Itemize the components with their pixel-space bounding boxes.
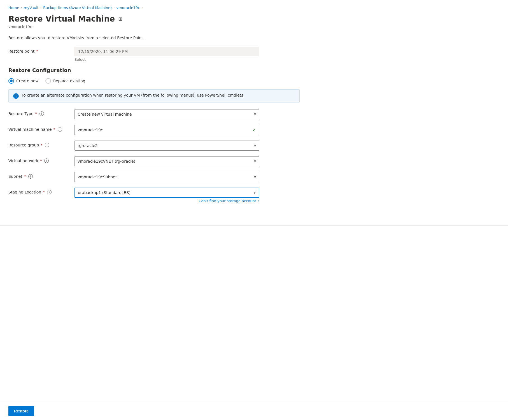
control-restore-type: Create new virtual machine ∨ [74, 109, 259, 119]
restore-button[interactable]: Restore [8, 406, 34, 416]
label-restore-type: Restore Type * i [8, 109, 70, 116]
control-virtual-network: vmoracle19cVNET (rg-oracle) ∨ [74, 156, 259, 166]
dropdown-resource-group-arrow: ∨ [254, 144, 256, 148]
info-banner: i To create an alternate configuration w… [8, 89, 300, 102]
radio-create-new-label: Create new [16, 79, 39, 83]
footer-bar: Restore [0, 402, 508, 420]
label-subnet: Subnet * i [8, 172, 70, 179]
info-icon-virtual-network[interactable]: i [44, 158, 49, 163]
dropdown-resource-group[interactable]: rg-oracle2 ∨ [74, 141, 259, 151]
info-icon-resource-group[interactable]: i [45, 143, 49, 147]
form-row-staging-location: Staging Location * i orabackup1 (Standar… [8, 188, 300, 203]
info-icon-subnet[interactable]: i [28, 174, 33, 179]
label-resource-group: Resource group * i [8, 141, 70, 147]
dropdown-resource-group-value: rg-oracle2 [78, 143, 98, 148]
radio-replace-existing-circle[interactable] [45, 78, 51, 84]
dropdown-subnet-arrow: ∨ [254, 175, 256, 179]
breadcrumb-vm[interactable]: vmoracle19c [116, 6, 140, 10]
restore-point-control: 12/15/2020, 11:06:29 PM Select [74, 47, 259, 62]
restore-point-required: * [36, 49, 38, 53]
info-icon-vm-name[interactable]: i [58, 127, 62, 132]
form-fields-container: Restore Type * i Create new virtual mach… [8, 109, 300, 203]
radio-replace-existing-label: Replace existing [53, 79, 85, 83]
form-row-vm-name: Virtual machine name * i vmoracle19c ✓ [8, 125, 300, 135]
radio-replace-existing[interactable]: Replace existing [45, 78, 85, 84]
vm-name-check-icon: ✓ [253, 127, 256, 133]
page-subtitle: vmoracle19c [8, 25, 300, 29]
page-title: Restore Virtual Machine [8, 14, 115, 24]
restore-point-label: Restore point * [8, 47, 70, 53]
radio-create-new[interactable]: Create new [8, 78, 39, 84]
breadcrumb-sep-4: › [141, 6, 143, 10]
label-vm-name: Virtual machine name * i [8, 125, 70, 132]
breadcrumb-home[interactable]: Home [8, 6, 19, 10]
dropdown-restore-type-arrow: ∨ [254, 112, 256, 116]
dropdown-restore-type[interactable]: Create new virtual machine ∨ [74, 109, 259, 119]
info-icon-staging-location[interactable]: i [47, 190, 52, 194]
info-banner-text: To create an alternate configuration whe… [22, 93, 244, 97]
input-vm-name[interactable]: vmoracle19c ✓ [74, 125, 259, 135]
form-row-restore-type: Restore Type * i Create new virtual mach… [8, 109, 300, 119]
dropdown-restore-type-value: Create new virtual machine [78, 112, 132, 116]
description-text: Restore allows you to restore VM/disks f… [8, 36, 300, 40]
dropdown-subnet-value: vmoracle19cSubnet [78, 175, 117, 179]
dropdown-virtual-network[interactable]: vmoracle19cVNET (rg-oracle) ∨ [74, 156, 259, 166]
control-resource-group: rg-oracle2 ∨ [74, 141, 259, 151]
restore-config-title: Restore Configuration [8, 67, 300, 73]
form-row-virtual-network: Virtual network * i vmoracle19cVNET (rg-… [8, 156, 300, 166]
dropdown-staging-location[interactable]: orabackup1 (StandardLRS) ∨ [74, 188, 259, 198]
radio-create-new-dot [10, 80, 13, 82]
restore-type-radio-group: Create new Replace existing [8, 78, 300, 84]
info-banner-icon: i [13, 93, 19, 99]
breadcrumb-sep-3: › [113, 6, 115, 10]
restore-point-row: Restore point * 12/15/2020, 11:06:29 PM … [8, 47, 300, 62]
label-virtual-network: Virtual network * i [8, 156, 70, 163]
dropdown-virtual-network-value: vmoracle19cVNET (rg-oracle) [78, 159, 135, 164]
form-row-subnet: Subnet * i vmoracle19cSubnet ∨ [8, 172, 300, 182]
form-row-resource-group: Resource group * i rg-oracle2 ∨ [8, 141, 300, 151]
breadcrumb-sep-2: › [40, 6, 41, 10]
page-header: Restore Virtual Machine ⊞ [8, 14, 300, 24]
breadcrumb-myvault[interactable]: myVault [24, 6, 39, 10]
breadcrumb: Home › myVault › Backup Items (Azure Vir… [8, 6, 300, 10]
dropdown-subnet[interactable]: vmoracle19cSubnet ∨ [74, 172, 259, 182]
control-subnet: vmoracle19cSubnet ∨ [74, 172, 259, 182]
breadcrumb-backup-items[interactable]: Backup Items (Azure Virtual Machine) [43, 6, 112, 10]
input-vm-name-value: vmoracle19c [78, 128, 103, 132]
radio-create-new-circle[interactable] [8, 78, 14, 84]
label-staging-location: Staging Location * i [8, 188, 70, 194]
restore-point-select[interactable]: Select [74, 57, 259, 62]
control-vm-name: vmoracle19c ✓ [74, 125, 259, 135]
dropdown-virtual-network-arrow: ∨ [254, 159, 256, 163]
breadcrumb-sep-1: › [21, 6, 22, 10]
dropdown-staging-location-value: orabackup1 (StandardLRS) [78, 190, 131, 195]
storage-account-link[interactable]: Can't find your storage account ? [74, 199, 259, 203]
print-icon[interactable]: ⊞ [118, 16, 122, 22]
restore-point-value: 12/15/2020, 11:06:29 PM [74, 47, 259, 56]
dropdown-staging-location-arrow: ∨ [253, 191, 256, 195]
control-staging-location: orabackup1 (StandardLRS) ∨ Can't find yo… [74, 188, 259, 203]
info-icon-restore-type[interactable]: i [39, 111, 44, 116]
